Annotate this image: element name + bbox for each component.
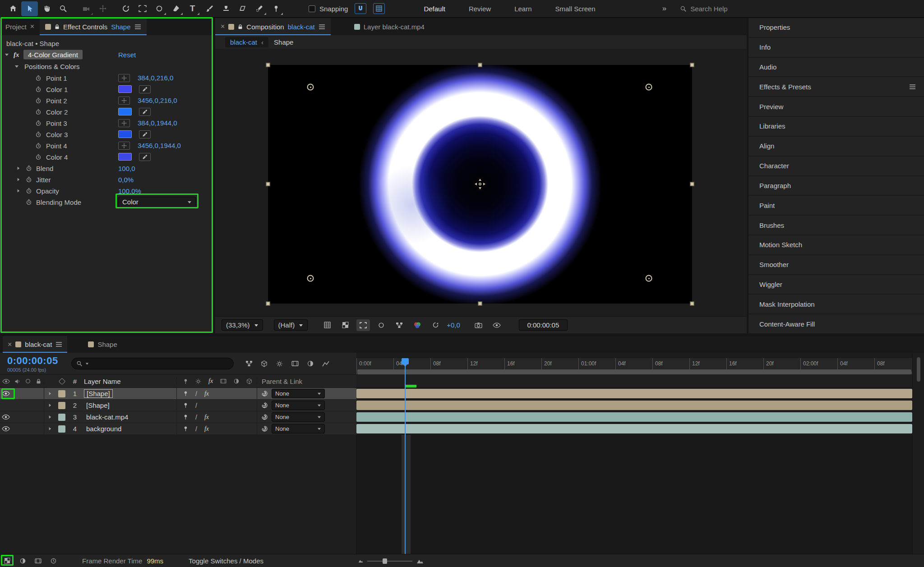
pickwhip-icon[interactable] (262, 414, 268, 420)
reset-exposure-icon[interactable] (429, 319, 442, 331)
layer-row-4[interactable]: 4 background / fx None (0, 423, 912, 435)
layer-color-tag[interactable] (55, 423, 69, 434)
dock-item-libraries[interactable]: Libraries (748, 117, 924, 137)
layer-lock-toggle[interactable] (33, 411, 44, 423)
mask-visibility-icon[interactable] (374, 319, 388, 331)
zoom-slider-thumb[interactable] (383, 558, 387, 564)
snapping-checkbox[interactable] (309, 5, 315, 12)
show-snapshot-icon[interactable] (490, 319, 504, 331)
selection-handle[interactable] (478, 63, 482, 67)
shape-tool[interactable] (151, 1, 167, 16)
blending-mode-select[interactable]: Color (118, 197, 196, 207)
layer-lock-toggle[interactable] (33, 400, 44, 411)
layer-expander[interactable] (44, 423, 55, 434)
expander-icon[interactable] (16, 177, 20, 181)
selection-handle[interactable] (690, 63, 694, 67)
work-area-bar[interactable] (357, 369, 911, 374)
selection-handle[interactable] (266, 182, 270, 186)
stopwatch-icon[interactable] (35, 131, 42, 138)
panel-menu-icon[interactable] (55, 341, 62, 347)
timeline-zoom-slider[interactable] (367, 561, 412, 562)
dock-item-wiggler[interactable]: Wiggler (748, 275, 924, 295)
layer-solo-toggle[interactable] (23, 423, 33, 434)
gradient-point-4[interactable] (646, 275, 652, 282)
orbit-camera-tool[interactable] (78, 1, 94, 16)
layer-row-3[interactable]: 3 black-cat.mp4 / fx None (0, 411, 912, 423)
parent-select[interactable]: None (272, 424, 325, 433)
layer-name[interactable]: [Shape] (81, 388, 177, 399)
eraser-tool[interactable] (234, 1, 251, 16)
channels-icon[interactable] (411, 319, 424, 331)
timeline-navigator-strip[interactable] (356, 353, 912, 358)
layer-expander[interactable] (44, 388, 55, 399)
layer-solo-toggle[interactable] (23, 411, 33, 423)
stopwatch-icon[interactable] (26, 188, 32, 194)
eyedropper-icon[interactable] (139, 108, 151, 116)
fx-toggle[interactable]: fx (204, 425, 209, 433)
layer-anchor-icon[interactable] (474, 178, 486, 190)
panel-menu-icon[interactable] (909, 84, 916, 90)
layer-duration-bar[interactable] (356, 389, 912, 398)
collapse-group-icon[interactable] (14, 64, 19, 69)
selection-handle[interactable] (690, 182, 694, 186)
close-icon[interactable]: × (30, 23, 34, 31)
layer-solo-toggle[interactable] (23, 400, 33, 411)
workspace-review[interactable]: Review (469, 5, 491, 13)
reset-link[interactable]: Reset (118, 51, 136, 59)
property-value[interactable]: 100,0% (118, 187, 141, 194)
pickwhip-icon[interactable] (262, 426, 268, 432)
motion-blur-icon[interactable] (304, 358, 316, 369)
transparency-grid-icon[interactable] (338, 319, 352, 331)
quality-slash-icon[interactable]: / (195, 414, 197, 421)
composition-viewport[interactable] (215, 49, 747, 316)
selection-handle[interactable] (478, 302, 482, 306)
layer-name[interactable]: [Shape] (81, 400, 177, 411)
selection-handle[interactable] (266, 302, 270, 306)
playhead-grabber[interactable] (402, 358, 409, 364)
layer-audio-toggle[interactable] (12, 400, 23, 411)
dock-item-align[interactable]: Align (748, 137, 924, 157)
dock-item-properties[interactable]: Properties (748, 18, 924, 38)
roto-brush-tool[interactable] (251, 1, 268, 16)
zoom-select[interactable]: (33,3%) (222, 319, 263, 331)
region-of-interest-icon[interactable] (356, 319, 370, 331)
layer-duration-bar[interactable] (356, 401, 912, 410)
panel-lock-icon[interactable] (55, 24, 60, 30)
snapshot-icon[interactable] (472, 319, 485, 331)
snap-option-1-icon[interactable] (355, 3, 366, 14)
breadcrumb-comp[interactable]: black-cat ‹ (225, 37, 268, 47)
dock-item-paragraph[interactable]: Paragraph (748, 176, 924, 196)
stopwatch-icon[interactable] (26, 199, 32, 205)
layer-color-tag[interactable] (55, 388, 69, 399)
snap-option-2-icon[interactable] (373, 3, 385, 14)
tab-layer-viewer[interactable]: Layer black-cat.mp4 (349, 18, 430, 35)
close-icon[interactable]: × (221, 23, 225, 31)
pickwhip-icon[interactable] (262, 391, 268, 396)
current-timecode[interactable]: 0:00:00:05 (7, 355, 71, 367)
layer-track[interactable] (356, 400, 912, 411)
layer-visibility-toggle[interactable] (0, 388, 12, 399)
quality-slash-icon[interactable]: / (195, 425, 197, 433)
property-value[interactable]: 384,0,1944,0 (138, 119, 177, 127)
quality-slash-icon[interactable]: / (195, 390, 197, 397)
selection-handle[interactable] (266, 63, 270, 67)
zoom-out-icon[interactable] (358, 559, 363, 563)
layer-expander[interactable] (44, 411, 55, 423)
eyedropper-icon[interactable] (139, 153, 151, 161)
layer-row-2[interactable]: 2 [Shape] / None (0, 400, 912, 411)
timeline-tab-black-cat[interactable]: × black-cat (3, 336, 67, 353)
layer-color-tag[interactable] (55, 400, 69, 411)
hide-shy-layers-icon[interactable] (273, 358, 286, 369)
resolution-select[interactable]: (Half) (274, 319, 308, 331)
tab-effect-controls[interactable]: Effect Controls Shape (40, 18, 146, 35)
positions-colors-group-row[interactable]: Positions & Colors (0, 60, 213, 72)
workspace-learn[interactable]: Learn (514, 5, 531, 13)
expander-icon[interactable] (16, 189, 20, 193)
quality-toggle-icon[interactable] (183, 426, 188, 432)
layer-name[interactable]: background (81, 423, 177, 434)
gradient-point-2[interactable] (646, 84, 652, 91)
hand-tool[interactable] (38, 1, 55, 16)
quality-toggle-icon[interactable] (183, 391, 188, 396)
pen-tool[interactable] (167, 1, 184, 16)
layer-visibility-toggle[interactable] (0, 400, 12, 411)
